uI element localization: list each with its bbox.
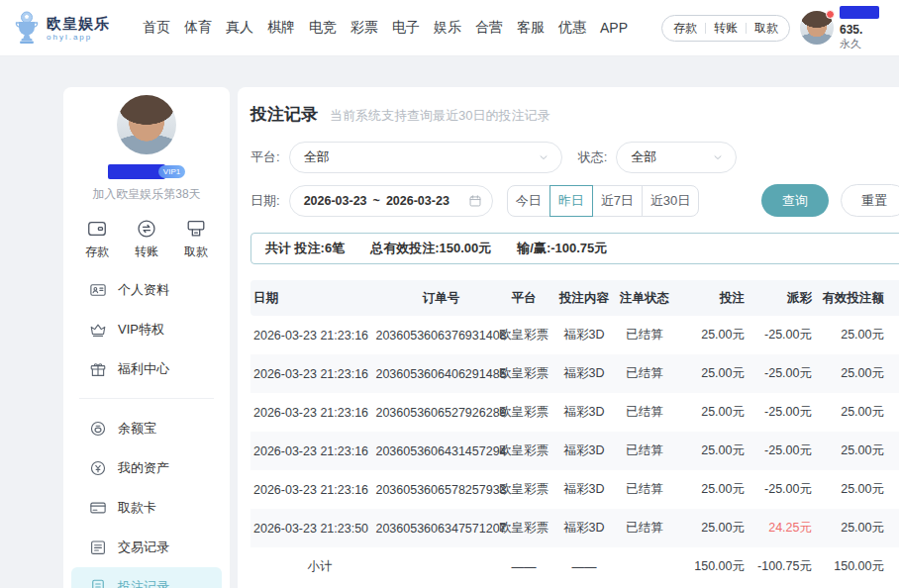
chevron-down-icon: [712, 151, 724, 163]
cell-payout: -25.00元: [747, 316, 816, 354]
column-header: 订单号: [389, 280, 493, 316]
table-row: 2026-03-23 21:23:16 2036053606431457294 …: [250, 432, 899, 470]
nav-item[interactable]: 客服: [517, 19, 545, 37]
divider: [746, 23, 747, 34]
platform-select[interactable]: 全部: [289, 142, 562, 173]
notification-dot: [826, 10, 835, 19]
cell-order-number: 2036053606347571207: [389, 509, 493, 547]
column-header: 有效投注额: [816, 280, 892, 316]
crown-icon: [89, 321, 107, 339]
cell-subtotal-label: 小计: [250, 547, 389, 586]
page-subtitle: 当前系统支持查询最近30日的投注记录: [330, 107, 549, 125]
column-header: 注单状态: [614, 280, 675, 316]
calendar-icon: [468, 194, 482, 208]
nav-item[interactable]: 彩票: [350, 19, 378, 37]
date-from: 2026-03-23: [304, 194, 367, 208]
column-header: 日期: [250, 280, 389, 316]
user-vip-status: 永久: [840, 38, 899, 50]
censored-username: [840, 6, 879, 19]
cell-bet-amount: 25.00元: [675, 316, 747, 354]
nav-item[interactable]: 娱乐: [434, 19, 461, 37]
cell-bet-content: 福彩3D: [554, 470, 614, 509]
transfer-link[interactable]: 转账: [714, 20, 738, 37]
profile-avatar[interactable]: [117, 95, 176, 154]
search-button[interactable]: 查询: [761, 184, 829, 217]
sidebar-menu-top: 个人资料 VIP特权 福利中心: [63, 270, 230, 389]
date-preset-button[interactable]: 今日: [507, 185, 550, 217]
id-card-icon: [89, 281, 107, 299]
table-header-row: 日期订单号平台投注内容注单状态投注派彩有效投注额: [250, 280, 899, 316]
user-avatar[interactable]: [800, 11, 834, 45]
summary-bar: 共计 投注:6笔 总有效投注:150.00元 输/赢:-100.75元: [250, 233, 899, 264]
nav-item[interactable]: 电子: [392, 19, 420, 37]
cell-date: 2026-03-23 21:23:16: [250, 470, 389, 509]
user-info[interactable]: 635. 永久: [840, 5, 899, 50]
summary-valid-bets: 总有效投注:150.00元: [370, 240, 491, 257]
cell-date: 2026-03-23 21:23:16: [250, 393, 389, 432]
date-range-input[interactable]: 2026-03-23 ~ 2026-03-23: [289, 185, 493, 217]
cell-bet-content: 福彩3D: [554, 316, 614, 354]
top-navbar: 欧皇娱乐 ohyl.app 首页体育真人棋牌电竞彩票电子娱乐合营客服优惠APP …: [0, 0, 899, 56]
sidebar-transfer-button[interactable]: 转账: [135, 218, 158, 260]
deposit-link[interactable]: 存款: [673, 20, 697, 37]
sidebar-item-vip[interactable]: VIP特权: [71, 310, 222, 349]
reset-button[interactable]: 重置: [841, 184, 899, 217]
cell-valid-bet: 25.00元: [816, 509, 892, 547]
chevron-down-icon: [538, 151, 549, 163]
sidebar-deposit-button[interactable]: 存款: [85, 218, 109, 260]
cell-payout: 24.25元: [747, 509, 816, 547]
cell-platform: 欧皇彩票: [493, 354, 554, 393]
nav-item[interactable]: 优惠: [558, 19, 586, 37]
cell-platform: ——: [493, 547, 554, 586]
divider: [705, 23, 706, 34]
withdraw-link[interactable]: 取款: [754, 20, 778, 37]
sidebar-item-welfare[interactable]: 福利中心: [71, 349, 222, 389]
sidebar-withdraw-button[interactable]: 取款: [184, 218, 208, 260]
sidebar: VIP1 加入欧皇娱乐第38天 存款 转账 取款 个人资料: [63, 87, 230, 588]
date-to: 2026-03-23: [386, 194, 450, 208]
nav-item[interactable]: 首页: [143, 19, 170, 37]
sidebar-item-transactions[interactable]: 交易记录: [71, 528, 222, 567]
join-days-text: 加入欧皇娱乐第38天: [63, 186, 230, 203]
sidebar-menu-bottom: 余额宝 我的资产 取款卡 交易记录 投注记录: [63, 409, 230, 588]
sidebar-item-betting-records[interactable]: 投注记录: [71, 567, 222, 588]
cell-bet-amount: 25.00元: [675, 509, 747, 547]
column-header: 投注: [675, 280, 747, 316]
user-balance: 635.: [840, 23, 899, 38]
date-preset-button[interactable]: 昨日: [549, 185, 593, 217]
coin-icon: [89, 420, 107, 438]
column-header: 派彩: [747, 280, 816, 316]
cell-valid-bet: 25.00元: [816, 354, 892, 393]
sidebar-item-yuebao[interactable]: 余额宝: [71, 409, 222, 448]
deposit-icon: [86, 218, 108, 240]
column-header: 平台: [493, 280, 554, 316]
brand-logo[interactable]: 欧皇娱乐 ohyl.app: [14, 11, 133, 45]
date-separator: ~: [373, 194, 380, 208]
nav-item[interactable]: 真人: [226, 19, 253, 37]
sidebar-item-assets[interactable]: 我的资产: [71, 448, 222, 488]
nav-item[interactable]: 棋牌: [267, 19, 295, 37]
cell-valid-bet: 25.00元: [816, 432, 892, 470]
nav-item[interactable]: 电竞: [309, 19, 337, 37]
cell-order-number: 2036053606406291485: [389, 354, 493, 393]
summary-win-loss: 输/赢:-100.75元: [517, 240, 607, 257]
platform-label: 平台:: [250, 148, 280, 166]
table-row: 2026-03-23 21:23:50 2036053606347571207 …: [250, 509, 899, 547]
betting-records-icon: [89, 578, 107, 588]
trophy-icon: [14, 11, 40, 45]
column-header: 投注内容: [554, 280, 614, 316]
date-preset-button[interactable]: 近7日: [592, 185, 643, 217]
status-select[interactable]: 全部: [616, 142, 737, 173]
sidebar-item-profile[interactable]: 个人资料: [71, 270, 222, 310]
nav-item[interactable]: 体育: [184, 19, 212, 37]
cell-status: 已结算: [614, 316, 675, 354]
date-preset-button[interactable]: 近30日: [642, 185, 699, 217]
sidebar-item-withdraw-card[interactable]: 取款卡: [71, 488, 222, 528]
cell-bet-amount: 25.00元: [675, 470, 747, 509]
cell-date: 2026-03-23 21:23:50: [250, 509, 389, 547]
cell-valid-bet: 25.00元: [816, 470, 892, 509]
table-row: 2026-03-23 21:23:16 2036053606376931408 …: [250, 316, 899, 354]
table-row: 2026-03-23 21:23:16 2036053606578257933 …: [250, 470, 899, 509]
nav-item[interactable]: 合营: [475, 19, 503, 37]
nav-item[interactable]: APP: [600, 20, 628, 36]
